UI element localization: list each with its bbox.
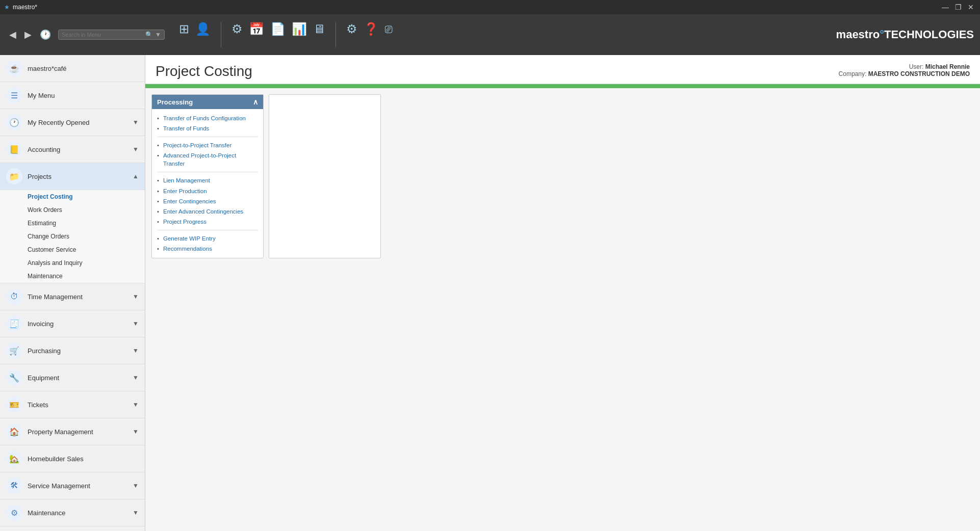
sidebar-label-accounting: Accounting	[28, 146, 127, 153]
sidebar-item-time[interactable]: ⏱ Time Management ▼	[0, 283, 145, 310]
maximize-button[interactable]: ❐	[953, 3, 964, 11]
list-item[interactable]: Generate WIP Entry	[157, 233, 258, 244]
company-label: Company:	[839, 70, 867, 77]
list-item[interactable]: Enter Production	[157, 186, 258, 196]
accounting-chevron: ▼	[133, 146, 139, 153]
equipment-icon: 🔧	[6, 369, 22, 386]
sidebar-item-purchasing[interactable]: 🛒 Purchasing ▼	[0, 337, 145, 364]
time-chevron: ▼	[133, 293, 139, 300]
recent-icon: 🕐	[6, 114, 22, 130]
close-button[interactable]: ✕	[966, 3, 976, 11]
user-info: User: Michael Rennie Company: MAESTRO CO…	[839, 63, 970, 77]
submenu-maintenance[interactable]: Maintenance	[0, 270, 145, 283]
processing-card: Processing ∧ Transfer of Funds Configura…	[151, 94, 264, 258]
list-item[interactable]: Lien Management	[157, 175, 258, 185]
calendar-icon[interactable]: 📅	[249, 22, 264, 47]
sidebar-label-equipment: Equipment	[28, 374, 127, 382]
screen-icon[interactable]: 🖥	[313, 22, 325, 47]
sidebar-item-tickets[interactable]: 🎫 Tickets ▼	[0, 391, 145, 418]
title-bar-controls[interactable]: — ❐ ✕	[940, 3, 976, 11]
tasks-icon[interactable]: ⚙	[231, 22, 243, 47]
processing-card-body: Transfer of Funds Configuration Transfer…	[152, 109, 263, 258]
exit-icon[interactable]: ⎚	[385, 22, 392, 47]
app-icon: ★	[4, 4, 10, 11]
list-item[interactable]: Project-to-Project Transfer	[157, 140, 258, 150]
tickets-icon: 🎫	[6, 396, 22, 413]
service-chevron: ▼	[133, 482, 139, 489]
user-name: Michael Rennie	[925, 63, 970, 70]
sidebar-label-property: Property Management	[28, 428, 127, 436]
list-item[interactable]: Enter Advanced Contingencies	[157, 206, 258, 217]
property-icon: 🏠	[6, 423, 22, 440]
submenu-work-orders[interactable]: Work Orders	[0, 203, 145, 217]
user-icon[interactable]: 👤	[195, 22, 211, 47]
divider	[157, 230, 258, 230]
submenu-analysis-inquiry[interactable]: Analysis and Inquiry	[0, 256, 145, 270]
page-title: Project Costing	[156, 63, 252, 79]
sidebar-item-service[interactable]: 🛠 Service Management ▼	[0, 472, 145, 499]
sidebar-item-accounting[interactable]: 📒 Accounting ▼	[0, 136, 145, 163]
settings-icon[interactable]: ⚙	[346, 22, 357, 47]
toolbar: ◀ ▶ 🕐 🔍 ▼ ⊞ 👤 ⚙ 📅 📄 📊 🖥 ⚙ ❓ ⎚ maestro°TE…	[0, 14, 980, 55]
toolbar-search: 🔍 ▼	[58, 30, 165, 40]
recent-chevron: ▼	[133, 119, 139, 126]
sidebar-label-cafe: maestro*café	[28, 65, 139, 72]
list-item[interactable]: Recommendations	[157, 244, 258, 254]
documents-icon[interactable]: 📄	[270, 22, 286, 47]
sidebar-item-mymenu[interactable]: ☰ My Menu	[0, 82, 145, 109]
submenu-customer-service[interactable]: Customer Service	[0, 243, 145, 256]
content-header: Project Costing User: Michael Rennie Com…	[145, 55, 980, 84]
sidebar-item-invoicing[interactable]: 🧾 Invoicing ▼	[0, 310, 145, 337]
company-name-line: Company: MAESTRO CONSTRUCTION DEMO	[839, 70, 970, 77]
list-item[interactable]: Project Progress	[157, 217, 258, 227]
sidebar-label-recent: My Recently Opened	[28, 119, 127, 126]
submenu-change-orders[interactable]: Change Orders	[0, 230, 145, 243]
sidebar-item-equipment[interactable]: 🔧 Equipment ▼	[0, 364, 145, 391]
sidebar-item-maintenance[interactable]: ⚙ Maintenance ▼	[0, 499, 145, 526]
back-button[interactable]: ◀	[6, 27, 19, 42]
list-item[interactable]: Transfer of Funds	[157, 123, 258, 134]
reports-icon[interactable]: 📊	[292, 22, 307, 47]
sidebar-item-recent[interactable]: 🕐 My Recently Opened ▼	[0, 109, 145, 136]
list-item[interactable]: Advanced Project-to-Project Transfer	[157, 150, 258, 169]
divider	[157, 172, 258, 172]
search-input[interactable]	[62, 32, 143, 38]
processing-list-2: Project-to-Project Transfer Advanced Pro…	[157, 140, 258, 169]
invoicing-chevron: ▼	[133, 320, 139, 327]
sidebar-label-maintenance: Maintenance	[28, 509, 127, 517]
list-item[interactable]: Enter Contingencies	[157, 196, 258, 206]
content-area: Project Costing User: Michael Rennie Com…	[145, 55, 980, 531]
equipment-chevron: ▼	[133, 374, 139, 381]
sidebar-item-homebuilder[interactable]: 🏡 Homebuilder Sales	[0, 445, 145, 472]
sidebar-item-property[interactable]: 🏠 Property Management ▼	[0, 418, 145, 445]
submenu-project-costing[interactable]: Project Costing	[0, 190, 145, 203]
processing-card-header[interactable]: Processing ∧	[152, 95, 263, 109]
forward-button[interactable]: ▶	[21, 27, 35, 42]
company-name: MAESTRO CONSTRUCTION DEMO	[868, 70, 970, 77]
sidebar-item-projects[interactable]: 📁 Projects ▲	[0, 163, 145, 190]
sidebar-label-mymenu: My Menu	[28, 92, 139, 99]
purchasing-chevron: ▼	[133, 347, 139, 354]
processing-list-3: Lien Management Enter Production Enter C…	[157, 175, 258, 226]
property-chevron: ▼	[133, 428, 139, 435]
minimize-button[interactable]: —	[940, 3, 951, 11]
processing-chevron: ∧	[253, 98, 258, 106]
list-item[interactable]: Transfer of Funds Configuration	[157, 113, 258, 123]
time-icon: ⏱	[6, 288, 22, 305]
divider	[157, 137, 258, 137]
projects-submenu: Project Costing Work Orders Estimating C…	[0, 190, 145, 283]
projects-icon: 📁	[6, 168, 22, 184]
search-icon[interactable]: 🔍	[145, 31, 153, 38]
history-button[interactable]: 🕐	[37, 27, 54, 42]
toolbar-nav: ◀ ▶ 🕐	[6, 27, 54, 42]
sidebar-label-projects: Projects	[28, 173, 127, 180]
search-dropdown-icon[interactable]: ▼	[155, 31, 161, 38]
submenu-estimating[interactable]: Estimating	[0, 217, 145, 230]
sidebar-item-cafe[interactable]: ☕ maestro*café	[0, 55, 145, 82]
toolbar-icons: ⊞ 👤 ⚙ 📅 📄 📊 🖥 ⚙ ❓ ⎚	[179, 22, 392, 47]
grid-icon[interactable]: ⊞	[179, 22, 189, 47]
help-icon[interactable]: ❓	[364, 22, 379, 47]
separator-2	[336, 22, 336, 47]
projects-chevron: ▲	[133, 173, 139, 180]
sidebar: ☕ maestro*café ☰ My Menu 🕐 My Recently O…	[0, 55, 145, 531]
